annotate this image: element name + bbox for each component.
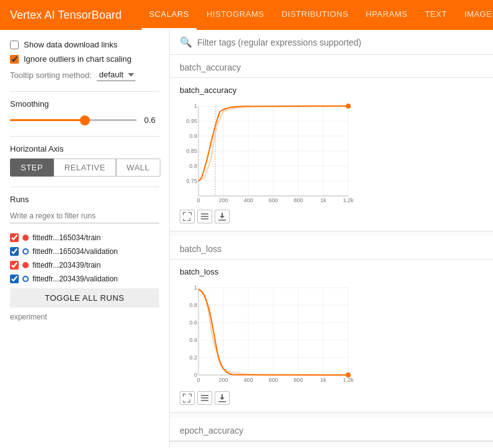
download-icon [218, 212, 227, 221]
svg-text:0.95: 0.95 [186, 118, 197, 124]
smoothing-label: Smoothing [10, 99, 159, 109]
svg-text:0.6: 0.6 [189, 319, 197, 326]
run4-checkbox[interactable] [10, 275, 19, 283]
chart-actions-batch-loss [180, 387, 483, 407]
run-item: fittedfr...203439/train [10, 258, 159, 272]
download-loss-btn[interactable] [215, 391, 230, 405]
ignore-outliers-checkbox[interactable] [10, 55, 19, 64]
run-item: fittedfr...203439/validation [10, 272, 159, 286]
nav-hparams[interactable]: HPARAMS [358, 0, 415, 30]
section-batch-accuracy: batch_accuracy batch_accuracy [170, 55, 493, 231]
run3-name: fittedfr...203439/train [32, 261, 100, 270]
run3-checkbox[interactable] [10, 261, 19, 270]
chart-wrapper-batch-loss: 1 0.8 0.6 0.4 0.2 0 0 200 400 600 800 1k… [180, 281, 354, 387]
axis-wall-btn[interactable]: WALL [116, 158, 160, 177]
svg-text:1k: 1k [320, 377, 326, 383]
run1-name: fittedfr...165034/train [32, 233, 100, 242]
expand-icon [183, 212, 192, 221]
tooltip-select[interactable]: default [97, 69, 135, 81]
tooltip-label: Tooltip sorting method: [10, 71, 92, 80]
run4-name: fittedfr...203439/validation [32, 275, 118, 283]
svg-rect-31 [201, 218, 208, 220]
nav-images[interactable]: IMAGES [457, 0, 493, 30]
runs-label: Runs [10, 195, 159, 204]
svg-text:0: 0 [197, 377, 200, 383]
nav-distributions[interactable]: DISTRIBUTIONS [274, 0, 356, 30]
download-chart-btn[interactable] [215, 210, 230, 223]
svg-text:0.75: 0.75 [186, 178, 197, 184]
show-download-checkbox[interactable] [10, 41, 19, 49]
smoothing-slider[interactable] [10, 119, 137, 121]
section-batch-loss: batch_loss batch_loss [170, 236, 493, 412]
loss-end-dot [346, 373, 351, 377]
axis-label: Horizontal Axis [10, 144, 159, 153]
svg-text:1k: 1k [320, 197, 326, 203]
chart-card-batch-accuracy: batch_accuracy [170, 78, 493, 231]
show-download-row[interactable]: Show data download links [10, 40, 159, 49]
ignore-outliers-label: Ignore outliers in chart scaling [24, 54, 132, 64]
axis-relative-btn[interactable]: RELATIVE [54, 158, 116, 177]
run2-checkbox[interactable] [10, 247, 19, 256]
experiment-label: experiment [10, 313, 159, 321]
svg-text:600: 600 [268, 197, 278, 203]
chart-title-batch-loss: batch_loss [180, 267, 483, 276]
svg-text:0.2: 0.2 [189, 354, 197, 361]
data-list-loss-btn[interactable] [197, 391, 212, 405]
toggle-all-runs-button[interactable]: TOGGLE ALL RUNS [10, 288, 159, 308]
section-divider-1 [170, 231, 493, 231]
section-divider-2 [170, 412, 493, 413]
svg-text:800: 800 [293, 377, 303, 383]
section-title-epoch-accuracy: epoch_accuracy [170, 418, 493, 441]
svg-rect-61 [201, 400, 208, 401]
expand-loss-btn[interactable] [180, 391, 195, 405]
main-content: 🔍 batch_accuracy batch_accuracy [170, 30, 493, 448]
run4-dot [22, 276, 29, 282]
axis-section: Horizontal Axis STEP RELATIVE WALL [10, 144, 159, 177]
nav-bar: SCALARS HISTOGRAMS DISTRIBUTIONS HPARAMS… [142, 0, 493, 30]
svg-rect-59 [201, 395, 208, 396]
expand-chart-btn[interactable] [180, 210, 195, 223]
run2-name: fittedfr...165034/validation [32, 247, 118, 256]
search-input[interactable] [197, 37, 483, 47]
app-logo: Vertex AI TensorBoard [10, 9, 122, 22]
run2-dot [22, 248, 29, 255]
download-icon [218, 394, 227, 402]
ignore-outliers-row[interactable]: Ignore outliers in chart scaling [10, 54, 159, 64]
divider-3 [10, 187, 159, 187]
svg-rect-60 [201, 397, 208, 399]
divider-2 [10, 136, 159, 137]
svg-text:800: 800 [293, 197, 303, 203]
svg-text:200: 200 [218, 377, 228, 383]
smoothing-slider-container [10, 114, 137, 126]
data-list-btn[interactable] [197, 210, 212, 223]
nav-scalars[interactable]: SCALARS [142, 0, 197, 30]
svg-text:200: 200 [218, 197, 228, 203]
nav-histograms[interactable]: HISTOGRAMS [199, 0, 271, 30]
show-download-label: Show data download links [24, 40, 117, 49]
search-icon: 🔍 [180, 36, 192, 48]
axis-step-btn[interactable]: STEP [10, 158, 54, 177]
svg-text:1.2k: 1.2k [343, 377, 354, 383]
list-icon [200, 212, 209, 221]
runs-filter-input[interactable] [10, 209, 159, 223]
expand-icon [183, 394, 192, 402]
svg-text:0.85: 0.85 [186, 148, 197, 154]
svg-text:1: 1 [194, 285, 197, 291]
run1-checkbox[interactable] [10, 233, 19, 242]
run3-dot [22, 262, 29, 268]
svg-text:0.9: 0.9 [189, 133, 197, 139]
nav-text[interactable]: TEXT [417, 0, 454, 30]
svg-text:1.2k: 1.2k [343, 197, 354, 203]
chart-actions-batch-accuracy [180, 206, 483, 226]
axis-buttons: STEP RELATIVE WALL [10, 158, 159, 177]
svg-rect-29 [201, 213, 208, 215]
section-title-batch-loss: batch_loss [170, 236, 493, 260]
chart-svg-batch-loss: 1 0.8 0.6 0.4 0.2 0 0 200 400 600 800 1k… [180, 281, 354, 387]
svg-text:400: 400 [243, 197, 253, 203]
smoothing-row: 0.6 [10, 114, 159, 126]
svg-rect-30 [201, 216, 208, 217]
header: Vertex AI TensorBoard SCALARS HISTOGRAMS… [0, 0, 493, 30]
smoothing-section: Smoothing 0.6 [10, 99, 159, 126]
layout: Show data download links Ignore outliers… [0, 30, 493, 448]
run-item: fittedfr...165034/validation [10, 245, 159, 258]
